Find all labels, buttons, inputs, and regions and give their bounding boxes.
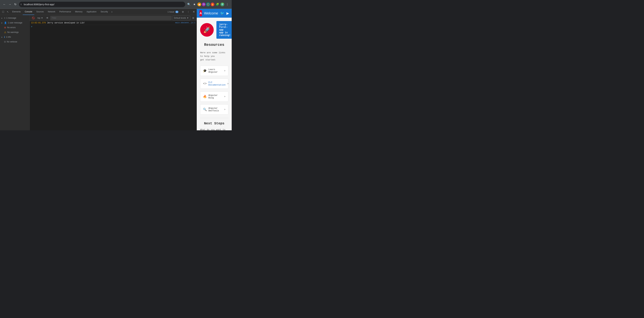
devtools-close-button[interactable]: ✕ (191, 10, 196, 14)
context-label: top (38, 17, 40, 19)
sidebar-item-errors[interactable]: ⊗ No errors (0, 25, 30, 30)
tab-console[interactable]: Console (23, 9, 34, 15)
bookmark-star-button[interactable]: ★ (192, 2, 197, 7)
app-name: jerry-first-app (219, 23, 230, 31)
issue-label: 1 Issue: (168, 11, 175, 13)
info-icon: ℹ (21, 3, 22, 6)
blog-chevron: > (224, 95, 226, 98)
devtools-panel: ☐ ↖ Elements Console Sources Network Per… (0, 9, 197, 130)
app-panel: A Welcome 🐦 ▶ 🚀 jerry-first-app app is r… (197, 9, 232, 130)
sidebar-info-label: 1 info (6, 36, 11, 38)
angular-logo: A (200, 10, 202, 16)
hero-text: jerry-first-app app is running! (216, 21, 232, 39)
sidebar-item-info[interactable]: ▶ ℹ 1 info (0, 35, 30, 39)
resources-desc: Here are some links to help youget start… (200, 51, 228, 62)
ext-angular-icon[interactable]: 🔮 (202, 3, 206, 6)
log-levels-button[interactable]: Default levels ▼ (172, 16, 190, 20)
next-steps-title: Next Steps (200, 122, 228, 125)
levels-dropdown-icon: ▼ (187, 17, 189, 19)
resources-title: Resources (200, 43, 228, 47)
hero-logo: 🚀 (200, 23, 214, 37)
warning-icon: ⚠ (4, 31, 6, 34)
learn-chevron: > (224, 70, 226, 72)
angular-blog-label: Angular Blog (208, 94, 222, 99)
tab-network[interactable]: Network (46, 9, 57, 15)
learn-icon: 🎓 (203, 69, 207, 73)
devtools-settings-button[interactable]: ⚙ (180, 10, 185, 14)
log-message-0: Jerry service developed in Lib! (47, 21, 175, 25)
extensions-button[interactable]: 🧩 (215, 2, 220, 7)
console-sidebar: ▶ ≡ 1 message ▶ 👤 1 user message ⊗ No er… (0, 15, 30, 130)
cli-chevron: > (227, 83, 229, 85)
context-select[interactable]: top ▼ (36, 16, 44, 20)
next-steps-desc: What do you want to do nextwith your app… (200, 128, 228, 130)
ext-circle-icon[interactable]: ⭕ (206, 3, 210, 6)
ext-alarm-icon[interactable]: ⏰ (198, 3, 201, 6)
log-timestamp-0: 13:02:01.379 (31, 21, 46, 25)
devtools-tabs: ☐ ↖ Elements Console Sources Network Per… (0, 9, 197, 15)
twitter-icon[interactable]: 🐦 (220, 11, 224, 15)
sidebar-item-verbose[interactable]: ⊡ No verbose (0, 39, 30, 44)
resource-cli-docs[interactable]: <> CLI Documentation > (200, 79, 228, 89)
tab-memory[interactable]: Memory (73, 9, 84, 15)
clear-console-button[interactable]: 🚫 (31, 16, 36, 20)
learn-angular-label: Learn Angular (208, 68, 222, 73)
rocket-icon: 🚀 (203, 26, 211, 34)
toggle-device-toolbar-button[interactable]: ☐ (1, 10, 6, 14)
sidebar-warnings-label: No warnings (7, 31, 19, 34)
expand-icon: ▶ (1, 17, 3, 19)
eye-filter-button[interactable]: 👁 (45, 16, 50, 20)
youtube-icon[interactable]: ▶ (226, 11, 229, 15)
console-main: 🚫 top ▼ 👁 Default levels ▼ ⚙ (30, 15, 197, 130)
sidebar-item-user-messages[interactable]: ▶ 👤 1 user message (0, 20, 30, 25)
prompt-arrow: > (31, 25, 32, 28)
issue-badge-button[interactable]: 1 Issue: 1 (166, 10, 180, 14)
log-source-0[interactable]: main.b8e3e64….js:1 (175, 21, 196, 24)
tab-performance[interactable]: Performance (57, 9, 73, 15)
devtools-more-button[interactable]: ⋮ (186, 10, 191, 14)
tab-security[interactable]: Security (98, 9, 110, 15)
inspect-cursor-button[interactable]: ↖ (6, 10, 10, 14)
context-dropdown-icon: ▼ (41, 17, 43, 19)
console-layout: ▶ ≡ 1 message ▶ 👤 1 user message ⊗ No er… (0, 15, 197, 130)
devtools-container: ☐ ↖ Elements Console Sources Network Per… (0, 9, 232, 130)
cli-docs-label: CLI Documentation (208, 81, 226, 86)
browser-chrome: ← → ↻ ℹ 🔍 ★ ⏰ 🔮 ⭕ ✋ 🧩 🌍 ⋮ (0, 0, 232, 9)
resource-devtools[interactable]: 🔍 Angular DevTools > (200, 104, 228, 115)
expand-icon-user: ▶ (1, 22, 3, 24)
tab-sources[interactable]: Sources (34, 9, 46, 15)
app-header: A Welcome 🐦 ▶ (197, 9, 232, 18)
sidebar-messages-label: 1 message (6, 17, 16, 19)
console-settings-button[interactable]: ⚙ (191, 16, 196, 20)
resource-angular-blog[interactable]: 🔥 Angular Blog > (200, 92, 228, 102)
ext-red-icon[interactable]: ✋ (211, 3, 214, 6)
tab-elements[interactable]: Elements (10, 9, 23, 15)
sidebar-errors-label: No errors (7, 26, 16, 29)
sidebar-user-messages-label: 1 user message (8, 22, 22, 24)
profile-icon[interactable]: 🌍 (220, 3, 224, 6)
address-input[interactable] (19, 2, 185, 7)
console-filter-input[interactable] (50, 16, 172, 20)
verbose-icon: ⊡ (4, 41, 6, 43)
console-prompt: > (30, 25, 197, 29)
user-icon: 👤 (4, 22, 7, 24)
address-bar-wrap: ℹ (19, 2, 185, 7)
section-divider (200, 118, 228, 118)
sidebar-item-messages[interactable]: ▶ ≡ 1 message (0, 16, 30, 20)
devtools-chevron: > (224, 108, 226, 111)
search-icon-button[interactable]: 🔍 (186, 2, 191, 7)
more-menu-button[interactable]: ⋮ (225, 2, 230, 7)
app-hero: 🚀 jerry-first-app app is running! (200, 21, 228, 39)
message-icon: ≡ (4, 17, 5, 19)
app-status: app is running! (219, 31, 230, 37)
more-tabs-button[interactable]: » (110, 9, 114, 15)
expand-icon-info: ▶ (1, 36, 3, 38)
devtools-icon: 🔍 (203, 108, 207, 111)
app-header-title: Welcome (204, 11, 218, 15)
resource-learn-angular[interactable]: 🎓 Learn Angular > (200, 66, 228, 76)
sidebar-item-warnings[interactable]: ⚠ No warnings (0, 30, 30, 35)
refresh-button[interactable]: ↻ (13, 2, 18, 7)
tab-application[interactable]: Application (84, 9, 98, 15)
back-button[interactable]: ← (2, 2, 7, 7)
forward-button[interactable]: → (8, 2, 12, 7)
